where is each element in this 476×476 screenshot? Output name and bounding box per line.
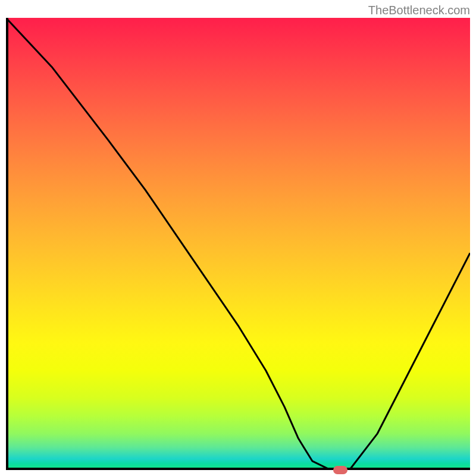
data-marker [333, 466, 347, 474]
watermark-text: TheBottleneck.com [368, 4, 470, 17]
chart-container [6, 18, 470, 470]
chart-curve [6, 18, 470, 470]
